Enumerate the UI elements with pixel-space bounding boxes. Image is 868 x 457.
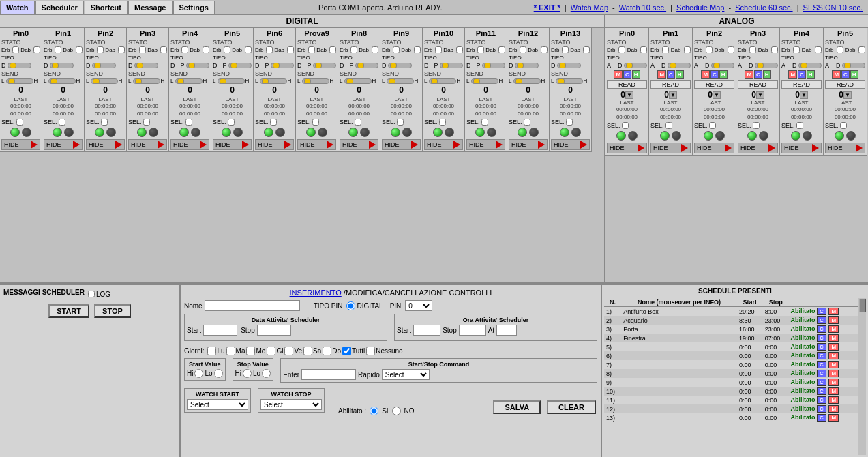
hide-arrow-2[interactable] [115, 141, 122, 149]
schedule-m-btn-11[interactable]: M [828, 405, 839, 413]
schedule-60-link[interactable]: Schedule 60 sec. [735, 3, 792, 12]
analog-dropdown-btn-5[interactable]: ▼ [843, 91, 852, 99]
analog-erb-checkbox-5[interactable] [837, 46, 843, 53]
tipo-slider-4[interactable] [186, 63, 209, 68]
rapido-select[interactable]: Select [382, 369, 430, 380]
dab-checkbox-12[interactable] [541, 46, 548, 53]
tipo-slider-1[interactable] [50, 63, 74, 68]
dab-checkbox-4[interactable] [203, 46, 209, 53]
send-slider-13[interactable] [556, 78, 583, 84]
h-button-5[interactable]: H [850, 70, 858, 79]
dab-checkbox-13[interactable] [583, 46, 590, 53]
data-start-input[interactable] [203, 325, 237, 336]
analog-erb-checkbox-1[interactable] [662, 46, 669, 53]
m-button-3[interactable]: M [745, 70, 753, 79]
analog-dab-checkbox-0[interactable] [640, 46, 647, 53]
schedule-c-btn-1[interactable]: C [817, 316, 826, 324]
schedule-map-link[interactable]: Schedule Map [676, 3, 724, 12]
m-button-2[interactable]: M [701, 70, 710, 79]
schedule-m-btn-3[interactable]: M [828, 334, 839, 342]
analog-tipo-slider-0[interactable] [624, 63, 647, 68]
tutti-checkbox[interactable] [342, 347, 351, 355]
start-lo-radio[interactable] [214, 369, 223, 378]
schedule-m-btn-6[interactable]: M [828, 361, 839, 368]
pin-select[interactable]: 01234 56789 10111213 [405, 300, 432, 311]
analog-dropdown-btn-3[interactable]: ▼ [756, 91, 764, 99]
dab-checkbox-0[interactable] [33, 46, 40, 53]
read-button-0[interactable]: READ [607, 80, 647, 89]
data-stop-input[interactable] [257, 325, 291, 336]
m-button-0[interactable]: M [614, 70, 623, 79]
schedule-m-btn-1[interactable]: M [828, 316, 839, 324]
c-button-2[interactable]: C [710, 70, 719, 79]
tab-message[interactable]: Message [128, 1, 172, 14]
analog-tipo-slider-4[interactable] [798, 63, 822, 68]
schedule-c-btn-9[interactable]: C [817, 387, 826, 395]
sa-checkbox[interactable] [303, 347, 312, 355]
schedule-c-btn-7[interactable]: C [817, 370, 826, 377]
h-button-2[interactable]: H [719, 70, 728, 79]
exit-link[interactable]: * EXIT * [534, 3, 560, 12]
analog-dropdown-btn-1[interactable]: ▼ [669, 91, 677, 99]
scheduler-stop-button[interactable]: STOP [94, 304, 131, 318]
analog-hide-arrow-1[interactable] [681, 144, 688, 152]
tipo-slider-5[interactable] [228, 63, 252, 68]
analog-tipo-slider-3[interactable] [755, 63, 778, 68]
schedule-c-btn-12[interactable]: C [817, 414, 826, 422]
send-slider-9[interactable] [387, 78, 414, 84]
salva-button[interactable]: SALVA [493, 400, 541, 414]
nessuno-checkbox[interactable] [366, 347, 375, 355]
watch-map-link[interactable]: Watch Map [571, 3, 608, 12]
hide-arrow-1[interactable] [73, 141, 80, 149]
schedule-m-btn-2[interactable]: M [828, 325, 839, 333]
schedule-m-btn-5[interactable]: M [828, 352, 839, 359]
hide-arrow-13[interactable] [580, 141, 587, 149]
read-button-3[interactable]: READ [738, 80, 778, 89]
inserimento-title-link[interactable]: INSERIMENTO [290, 289, 342, 297]
h-button-0[interactable]: H [632, 70, 640, 79]
analog-dropdown-btn-2[interactable]: ▼ [713, 91, 721, 99]
analog-dab-checkbox-4[interactable] [815, 46, 822, 53]
send-slider-10[interactable] [429, 78, 456, 84]
sel-checkbox-7[interactable] [312, 119, 319, 126]
erb-checkbox-4[interactable] [181, 46, 188, 53]
schedule-c-btn-4[interactable]: C [817, 343, 826, 351]
analog-erb-checkbox-3[interactable] [749, 46, 756, 53]
schedule-m-btn-8[interactable]: M [828, 379, 839, 386]
schedule-scrollbar[interactable] [858, 298, 866, 455]
erb-checkbox-10[interactable] [435, 46, 442, 53]
hide-arrow-7[interactable] [327, 141, 333, 149]
send-slider-1[interactable] [48, 78, 76, 84]
read-button-2[interactable]: READ [694, 80, 734, 89]
send-slider-2[interactable] [91, 78, 118, 84]
scheduler-start-button[interactable]: START [48, 304, 89, 318]
erb-checkbox-5[interactable] [224, 46, 230, 53]
tipo-slider-0[interactable] [8, 63, 31, 68]
erb-checkbox-11[interactable] [477, 46, 484, 53]
analog-dab-checkbox-5[interactable] [858, 46, 865, 53]
hide-arrow-9[interactable] [411, 141, 418, 149]
schedule-c-btn-3[interactable]: C [817, 334, 826, 342]
c-button-4[interactable]: C [798, 70, 806, 79]
erb-checkbox-2[interactable] [97, 46, 104, 53]
stop-hi-radio[interactable] [243, 369, 252, 378]
schedule-c-btn-5[interactable]: C [817, 352, 826, 359]
watch-start-select[interactable]: Select [187, 399, 248, 410]
analog-tipo-slider-1[interactable] [668, 63, 691, 68]
schedule-c-btn-0[interactable]: C [817, 308, 826, 315]
sel-checkbox-13[interactable] [566, 119, 573, 126]
analog-dab-checkbox-2[interactable] [728, 46, 734, 53]
sel-checkbox-9[interactable] [397, 119, 404, 126]
analog-hide-arrow-5[interactable] [856, 144, 863, 152]
dab-checkbox-11[interactable] [498, 46, 505, 53]
tipo-slider-9[interactable] [388, 63, 412, 68]
tipo-slider-10[interactable] [440, 63, 463, 68]
tipo-slider-6[interactable] [271, 63, 294, 68]
analog-sel-checkbox-3[interactable] [753, 122, 760, 129]
erb-checkbox-3[interactable] [139, 46, 146, 53]
hide-arrow-3[interactable] [158, 141, 164, 149]
ma-checkbox[interactable] [226, 347, 235, 355]
abilitato-no-radio[interactable] [392, 407, 401, 415]
analog-erb-checkbox-4[interactable] [793, 46, 800, 53]
h-button-1[interactable]: H [676, 70, 684, 79]
